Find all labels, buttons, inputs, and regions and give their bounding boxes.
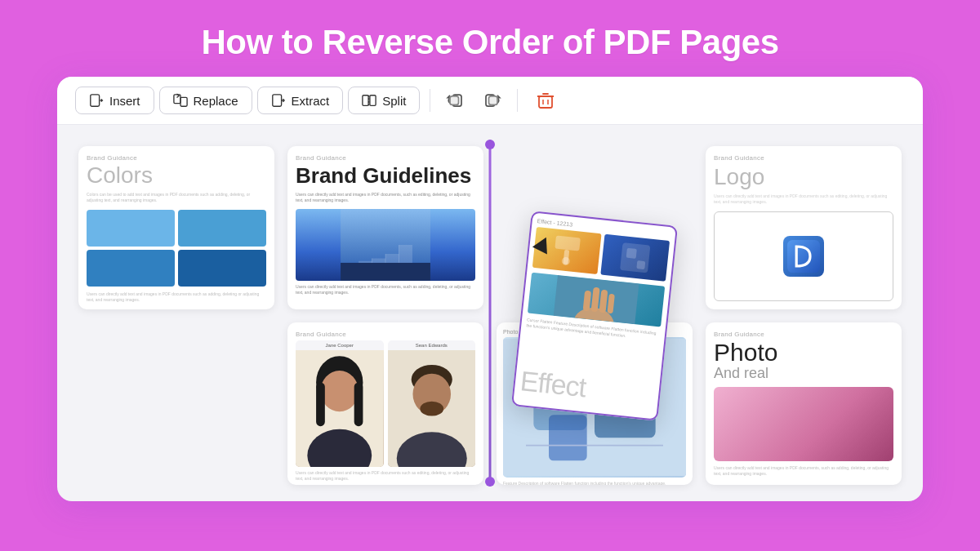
logo-box — [714, 211, 893, 301]
person-john-photo — [388, 350, 476, 467]
brand-card-body2: Users can directly add text and images i… — [296, 284, 475, 296]
svg-rect-27 — [555, 235, 581, 251]
colors-card-title: Colors — [87, 164, 266, 187]
reverse-right-button[interactable] — [476, 85, 507, 116]
photo-card-body: Users can directly add text and images i… — [714, 465, 893, 477]
split-icon — [362, 93, 376, 108]
reverse-right-icon — [480, 89, 503, 112]
swatch-3 — [87, 250, 175, 287]
colors-card-body: Colors can be used to add text and image… — [87, 192, 266, 203]
logo-card-label: Brand Guidance — [714, 154, 893, 162]
brand-card-title: Brand Guidelines — [296, 164, 475, 188]
people-footer: Users can directly add text and images i… — [296, 470, 475, 482]
effect-img-blue — [600, 233, 670, 281]
effect-card[interactable]: Effect - 12213 — [511, 211, 678, 421]
effect-img-teal — [528, 272, 665, 327]
divider-2 — [517, 89, 518, 112]
divider-1 — [430, 89, 430, 112]
brand-card-body1: Users can directly add text and images i… — [296, 192, 475, 204]
svg-rect-45 — [354, 382, 363, 426]
app-window: Insert Replace Extract — [57, 77, 923, 501]
svg-rect-31 — [626, 247, 637, 258]
replace-icon — [173, 93, 188, 108]
timeline-dot-bottom — [485, 477, 495, 487]
svg-rect-44 — [316, 382, 325, 426]
effect-title: Effect — [519, 365, 655, 411]
logo-d-shape — [783, 236, 824, 277]
svg-rect-16 — [539, 96, 552, 108]
page-title: How to Reverse Order of PDF Pages — [201, 23, 778, 62]
person-card-jane: Jane Cooper — [296, 340, 384, 467]
timeline-dot-top — [485, 140, 495, 149]
split-label: Split — [382, 94, 406, 108]
colors-footer: Users can directly add text and images i… — [87, 291, 266, 303]
svg-rect-13 — [450, 96, 459, 105]
insert-button[interactable]: Insert — [75, 87, 154, 114]
brand-card[interactable]: Brand Guidance Brand Guidelines Users ca… — [287, 146, 483, 309]
replace-label: Replace — [194, 94, 238, 108]
logo-d-svg — [787, 240, 820, 273]
svg-rect-10 — [370, 96, 376, 106]
stairs-svg — [296, 209, 475, 281]
timeline-line — [489, 140, 492, 487]
hand-icon — [528, 272, 665, 327]
people-grid: Jane Cooper — [296, 340, 475, 467]
brand-card-image — [296, 209, 475, 281]
brand-card-label: Brand Guidance — [296, 154, 475, 162]
person-john-name: Sean Edwards — [388, 340, 476, 350]
color-swatches — [87, 210, 266, 287]
svg-rect-39 — [787, 240, 820, 273]
svg-rect-4 — [180, 97, 187, 106]
extract-button[interactable]: Extract — [257, 87, 344, 114]
svg-rect-5 — [272, 95, 281, 106]
colors-card[interactable]: Brand Guidance Colors Colors can be used… — [78, 146, 274, 309]
svg-rect-32 — [636, 260, 645, 269]
reverse-left-icon — [444, 89, 467, 112]
extract-label: Extract — [292, 94, 330, 108]
svg-point-42 — [320, 371, 359, 411]
photo-card[interactable]: Brand Guidance Photo And real Users can … — [706, 322, 902, 486]
logo-card-body: Users can directly add text and images i… — [714, 193, 893, 205]
photo-gradient — [714, 387, 893, 462]
swatch-4 — [178, 250, 266, 287]
svg-rect-15 — [489, 96, 498, 105]
svg-rect-9 — [363, 96, 368, 106]
person-jane-photo — [296, 350, 384, 467]
svg-point-29 — [561, 256, 570, 265]
delete-button[interactable] — [531, 86, 560, 115]
reverse-left-button[interactable] — [440, 85, 471, 116]
trash-icon — [535, 90, 556, 111]
person-jane-name: Jane Cooper — [296, 340, 384, 350]
extract-icon — [271, 93, 286, 108]
person-card-john: Sean Edwards — [388, 340, 476, 467]
photo-card-subtitle: And real — [714, 365, 893, 382]
svg-rect-0 — [91, 95, 100, 106]
svg-rect-22 — [341, 263, 430, 281]
svg-point-50 — [420, 401, 443, 415]
insert-icon — [89, 93, 104, 108]
swatch-1 — [87, 210, 175, 247]
photo-card-label: Brand Guidance — [714, 331, 893, 338]
insert-label: Insert — [109, 94, 140, 108]
logo-card[interactable]: Brand Guidance Logo Users can directly a… — [706, 146, 902, 309]
swatch-2 — [178, 210, 266, 247]
colors-card-label: Brand Guidance — [87, 154, 266, 162]
photo-card-title: Photo — [714, 340, 893, 365]
jane-avatar-svg — [296, 350, 384, 467]
people-card[interactable]: Brand Guidance Jane Cooper — [287, 322, 483, 486]
pages-area: Brand Guidance Colors Colors can be used… — [57, 125, 923, 501]
john-avatar-svg — [388, 350, 476, 467]
blue-block-icon — [600, 233, 670, 281]
toolbar: Insert Replace Extract — [57, 77, 923, 125]
logo-card-title: Logo — [714, 164, 893, 190]
people-card-label: Brand Guidance — [296, 331, 475, 338]
split-button[interactable]: Split — [348, 87, 420, 114]
effect-card-wrapper: Effect - 12213 — [490, 140, 699, 491]
replace-button[interactable]: Replace — [159, 87, 252, 114]
